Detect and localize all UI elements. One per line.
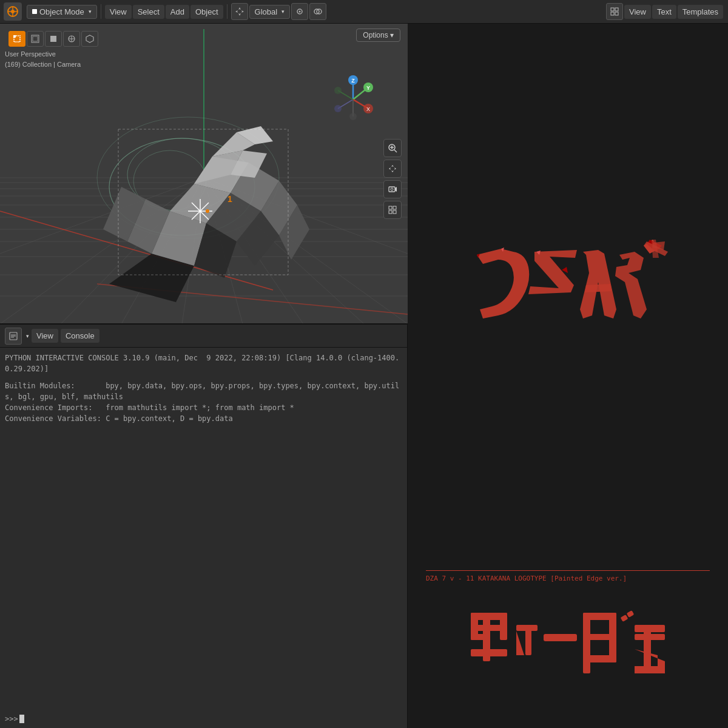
svg-line-92 [394, 150, 397, 152]
console-python-info: PYTHON INTERACTIVE CONSOLE 3.10.9 (main,… [5, 352, 402, 374]
templates-menu[interactable]: Templates [678, 5, 723, 19]
axis-gizmo: Z Y X [329, 75, 377, 126]
svg-rect-111 [471, 613, 478, 640]
svg-text:1: 1 [228, 194, 232, 204]
select-menu[interactable]: Select [133, 5, 164, 19]
dza-logo-top [465, 237, 671, 370]
svg-rect-9 [615, 8, 618, 11]
object-menu[interactable]: Object [190, 5, 223, 19]
console-type-arrow[interactable]: ▾ [26, 333, 29, 339]
mode-label: Object Mode [39, 7, 84, 16]
svg-point-97 [391, 188, 393, 190]
console-view-menu[interactable]: View [32, 329, 58, 343]
logo-caption-area: DZA 7 v - 11 KATAKANA LOGOTYPE [Painted … [414, 570, 722, 588]
viewport-info: User Perspective (169) Collection | Came… [5, 49, 81, 69]
collection-camera-label: (169) Collection | Camera [5, 59, 81, 70]
transform-icon[interactable] [231, 3, 248, 20]
view-perspective-label: User Perspective [5, 49, 81, 59]
transform-gizmo-icon[interactable] [63, 31, 80, 47]
left-panel: 1 U [0, 24, 408, 728]
object-mode-dropdown[interactable]: Object Mode ▾ [27, 5, 97, 19]
svg-rect-115 [544, 634, 577, 641]
logo-top-area [414, 36, 722, 570]
editor-type-icon[interactable] [606, 3, 623, 20]
logo-caption: DZA 7 v - 11 KATAKANA LOGOTYPE [Painted … [426, 570, 710, 582]
mode-dot-icon [32, 9, 37, 14]
right-content: DZA 7 v - 11 KATAKANA LOGOTYPE [Painted … [408, 24, 728, 728]
left-menubar-section: Object Mode ▾ View Select Add Object Glo… [0, 2, 330, 21]
svg-rect-125 [635, 634, 665, 640]
cursor-icon[interactable] [27, 31, 44, 47]
svg-rect-10 [611, 12, 614, 15]
blender-icon[interactable] [4, 2, 22, 21]
svg-point-61 [206, 209, 209, 213]
svg-rect-100 [389, 211, 392, 214]
svg-rect-70 [50, 39, 53, 42]
zoom-widget[interactable] [383, 139, 402, 157]
view-3d-icon[interactable] [81, 31, 98, 47]
right-menubar-section: View Text Templates [606, 3, 723, 20]
svg-rect-67 [33, 36, 38, 41]
svg-point-88 [334, 87, 342, 94]
camera-widget[interactable] [383, 180, 402, 198]
svg-point-5 [299, 11, 301, 13]
snap-icon[interactable] [291, 3, 308, 20]
global-dropdown[interactable]: Global ▾ [249, 5, 291, 19]
overlay-icon[interactable] [309, 3, 326, 20]
console-vars: Convenience Variables: C = bpy.context, … [5, 413, 402, 424]
svg-rect-116 [583, 613, 590, 673]
view-grid-widget[interactable] [383, 201, 402, 219]
console-cursor [19, 715, 24, 723]
svg-text:Z: Z [351, 78, 355, 84]
divider-2 [227, 4, 228, 19]
console-output: PYTHON INTERACTIVE CONSOLE 3.10.9 (main,… [5, 352, 402, 712]
katakana-logo [465, 601, 671, 710]
view-menu[interactable]: View [105, 5, 132, 19]
options-button[interactable]: Options ▾ [356, 29, 400, 42]
console-imports: Convenience Imports: from mathutils impo… [5, 402, 402, 413]
svg-rect-11 [615, 12, 618, 15]
svg-rect-121 [621, 615, 629, 622]
svg-rect-95 [389, 187, 395, 192]
svg-rect-122 [627, 610, 635, 618]
svg-rect-120 [609, 613, 616, 662]
console-body: PYTHON INTERACTIVE CONSOLE 3.10.9 (main,… [0, 348, 407, 728]
svg-rect-112 [500, 613, 507, 640]
console-prompt: >>> [5, 715, 18, 723]
right-view-menu[interactable]: View [624, 5, 651, 19]
svg-point-86 [334, 105, 342, 112]
console-panel: ▾ View Console PYTHON INTERACTIVE CONSOL… [0, 325, 407, 728]
console-prompt-line[interactable]: >>> [5, 715, 402, 723]
main-layout: 1 U [0, 24, 728, 728]
console-editor-type-icon[interactable] [5, 328, 22, 345]
viewport-toolbar [4, 27, 103, 50]
svg-text:Y: Y [366, 85, 370, 91]
svg-rect-8 [611, 8, 614, 11]
divider-1 [101, 4, 101, 19]
svg-text:X: X [366, 106, 370, 112]
console-builtin: Builtin Modules: bpy, bpy.data, bpy.ops,… [5, 380, 402, 402]
global-label: Global [255, 7, 278, 16]
side-widgets [383, 139, 402, 219]
global-arrow: ▾ [281, 8, 285, 15]
add-menu[interactable]: Add [166, 5, 189, 19]
svg-rect-108 [471, 649, 507, 656]
pan-widget[interactable] [383, 160, 402, 178]
mode-dropdown-arrow: ▾ [89, 8, 92, 15]
svg-rect-99 [393, 206, 396, 209]
svg-point-90 [349, 113, 357, 120]
svg-rect-71 [53, 39, 56, 42]
console-menu[interactable]: Console [61, 329, 99, 343]
logo-bottom-area [414, 588, 722, 722]
svg-rect-98 [389, 206, 392, 209]
text-menu[interactable]: Text [652, 5, 676, 19]
viewport-3d[interactable]: 1 U [0, 24, 408, 325]
svg-rect-69 [53, 36, 56, 39]
svg-rect-114 [525, 625, 531, 655]
right-panel: DZA 7 v - 11 KATAKANA LOGOTYPE [Painted … [408, 24, 728, 728]
svg-rect-101 [393, 211, 396, 214]
svg-rect-68 [50, 36, 53, 39]
move-icon[interactable] [45, 31, 62, 47]
select-box-icon[interactable] [8, 31, 25, 47]
console-header: ▾ View Console [0, 325, 407, 348]
